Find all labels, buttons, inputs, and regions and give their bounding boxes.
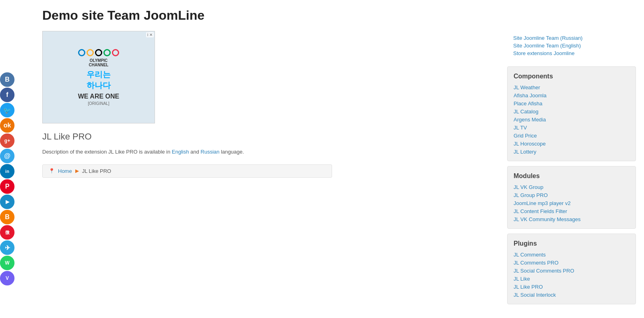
location-icon: 📍: [49, 168, 55, 174]
plugins-title: Plugins: [514, 240, 630, 247]
breadcrumb: 📍 Home ▶ JL Like PRO: [42, 164, 332, 178]
korean-text: 우리는하나다: [87, 69, 111, 91]
page-wrapper: Demo site Team JoomLine i ✕: [18, 0, 644, 317]
english-link[interactable]: English: [172, 149, 189, 155]
weibo-icon[interactable]: 微: [0, 225, 14, 240]
site-english-link[interactable]: Site Joomline Team (English): [513, 43, 630, 49]
list-item: Argens Media: [514, 116, 630, 123]
store-extensions-link[interactable]: Store extensions Joomline: [513, 50, 630, 56]
googleplus-icon[interactable]: g+: [0, 133, 14, 148]
list-item: JL VK Community Messages: [514, 216, 630, 222]
list-item: JL Group PRO: [514, 192, 630, 198]
bookmark-icon[interactable]: ▶: [0, 195, 14, 209]
list-item: JL Comments PRO: [514, 259, 630, 266]
afisha-joomla-link[interactable]: Afisha Joomla: [514, 92, 547, 98]
page-title: Demo site Team JoomLine: [42, 8, 636, 23]
linkedin-icon[interactable]: in: [0, 164, 14, 178]
list-item: JL Lottery: [514, 148, 630, 155]
telegram-icon[interactable]: ✈: [0, 240, 14, 255]
russian-link[interactable]: Russian: [200, 149, 219, 155]
argens-media-link[interactable]: Argens Media: [514, 117, 546, 123]
original-badge: [ORIGINAL]: [88, 101, 109, 106]
twitter-icon[interactable]: 🐦: [0, 103, 14, 117]
ad-banner: i ✕ OLYMPICCHANNEL 우리는하나다 WE ARE ONE [OR: [42, 31, 155, 123]
jl-content-fields-link[interactable]: JL Content Fields Filter: [514, 208, 567, 214]
list-item: JL TV: [514, 124, 630, 131]
ad-banner-inner: i ✕ OLYMPICCHANNEL 우리는하나다 WE ARE ONE [OR: [43, 31, 155, 123]
list-item: Afisha Joomla: [514, 92, 630, 98]
list-item: JL Catalog: [514, 108, 630, 115]
main-content: i ✕ OLYMPICCHANNEL 우리는하나다 WE ARE ONE [OR: [42, 31, 499, 309]
components-title: Components: [514, 73, 630, 80]
right-sidebar: Site Joomline Team (Russian) Site Joomli…: [507, 31, 636, 309]
breadcrumb-separator: ▶: [75, 168, 79, 174]
breadcrumb-current: JL Like PRO: [82, 168, 111, 174]
modules-title: Modules: [514, 172, 630, 180]
list-item: Grid Price: [514, 132, 630, 139]
list-item: JL VK Group: [514, 184, 630, 190]
list-item: JL Weather: [514, 84, 630, 90]
jl-comments-link[interactable]: JL Comments: [514, 252, 546, 258]
list-item: JL Like PRO: [514, 283, 630, 290]
plugins-box: Plugins JL Comments JL Comments PRO JL S…: [507, 234, 636, 304]
site-russian-link[interactable]: Site Joomline Team (Russian): [513, 35, 630, 41]
components-box: Components JL Weather Afisha Joomla Plac…: [507, 66, 636, 161]
components-list: JL Weather Afisha Joomla Place Afisha JL…: [514, 84, 630, 155]
modules-list: JL VK Group JL Group PRO JoomLine mp3 pl…: [514, 184, 630, 222]
whatsapp-icon[interactable]: W: [0, 256, 14, 270]
jl-like-pro-link[interactable]: JL Like PRO: [514, 284, 543, 290]
jl-lottery-link[interactable]: JL Lottery: [514, 149, 537, 155]
jl-like-link[interactable]: JL Like: [514, 276, 530, 282]
breadcrumb-home[interactable]: Home: [58, 168, 72, 174]
sidebar-top-links: Site Joomline Team (Russian) Site Joomli…: [507, 31, 636, 62]
social-sidebar: B f 🐦 ok g+ @ in P ▶ B 微 ✈ W V: [0, 72, 14, 285]
pinterest-icon[interactable]: P: [0, 179, 14, 194]
jl-social-interlock-link[interactable]: JL Social Interlock: [514, 292, 556, 298]
list-item: JL Social Interlock: [514, 291, 630, 298]
jl-horoscope-link[interactable]: JL Horoscope: [514, 141, 546, 147]
jl-comments-pro-link[interactable]: JL Comments PRO: [514, 260, 559, 266]
channel-text: OLYMPICCHANNEL: [89, 58, 109, 67]
joomline-mp3-link[interactable]: JoomLine mp3 player v2: [514, 200, 571, 206]
list-item: JoomLine mp3 player v2: [514, 200, 630, 206]
list-item: JL Content Fields Filter: [514, 208, 630, 214]
odnoklassniki-icon[interactable]: ok: [0, 118, 14, 133]
list-item: JL Like: [514, 275, 630, 282]
olympic-rings: [78, 49, 119, 56]
ad-content: OLYMPICCHANNEL 우리는하나다 WE ARE ONE [ORIGIN…: [78, 49, 120, 106]
jl-vk-group-link[interactable]: JL VK Group: [514, 184, 543, 190]
facebook-icon[interactable]: f: [0, 88, 14, 102]
jl-vk-community-link[interactable]: JL VK Community Messages: [514, 216, 580, 222]
ad-info-icon[interactable]: i ✕: [146, 32, 154, 37]
viber-icon[interactable]: V: [0, 271, 14, 285]
we-are-one-text: WE ARE ONE: [78, 93, 120, 100]
grid-price-link[interactable]: Grid Price: [514, 133, 537, 139]
list-item: JL Horoscope: [514, 140, 630, 147]
modules-box: Modules JL VK Group JL Group PRO JoomLin…: [507, 166, 636, 229]
blogger-icon[interactable]: B: [0, 210, 14, 224]
email-icon[interactable]: @: [0, 149, 14, 163]
list-item: JL Comments: [514, 251, 630, 258]
jl-weather-link[interactable]: JL Weather: [514, 84, 540, 90]
list-item: Place Afisha: [514, 100, 630, 107]
jl-tv-link[interactable]: JL TV: [514, 125, 527, 131]
jl-catalog-link[interactable]: JL Catalog: [514, 109, 539, 115]
article-description: Description of the extension JL Like PRO…: [42, 148, 499, 156]
list-item: JL Social Comments PRO: [514, 267, 630, 274]
content-layout: i ✕ OLYMPICCHANNEL 우리는하나다 WE ARE ONE [OR: [42, 31, 636, 309]
jl-group-pro-link[interactable]: JL Group PRO: [514, 192, 548, 198]
place-afisha-link[interactable]: Place Afisha: [514, 101, 543, 107]
article-title: JL Like PRO: [42, 131, 499, 142]
plugins-list: JL Comments JL Comments PRO JL Social Co…: [514, 251, 630, 298]
jl-social-comments-pro-link[interactable]: JL Social Comments PRO: [514, 268, 574, 274]
vk-icon[interactable]: B: [0, 72, 14, 87]
